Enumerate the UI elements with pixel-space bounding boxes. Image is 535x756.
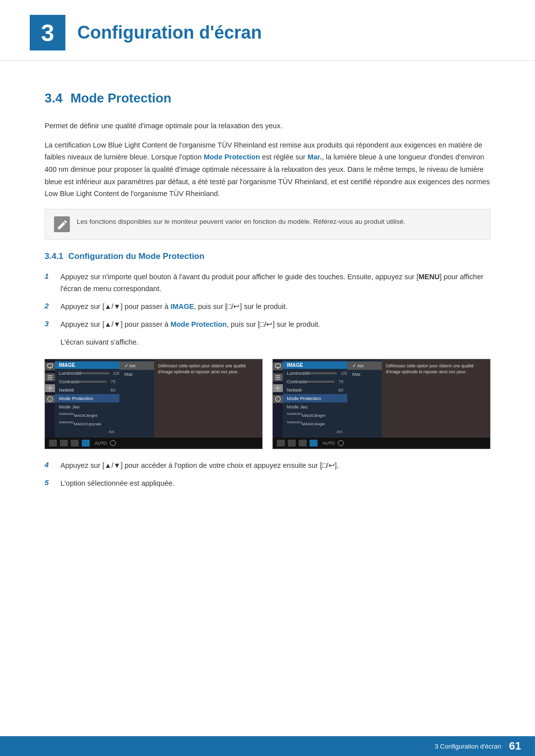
toolbar-btn-5 [277, 440, 285, 447]
toolbar-auto-1: AUTO [95, 441, 107, 446]
menu-item-magic-bright-2: SAMSUNGMAGICBright [283, 411, 347, 419]
toolbar-circle-1 [110, 440, 116, 446]
monitor-icon [45, 362, 55, 370]
toolbar-btn-2 [60, 440, 68, 447]
toolbar-auto-2: AUTO [322, 441, 335, 446]
settings-icon-2 [273, 384, 283, 392]
toolbar-btn-3 [71, 440, 79, 447]
screenshots-row: i IMAGE Luminosité 100 Contraste [45, 359, 490, 449]
step-5-number: 5 [45, 478, 54, 487]
chapter-number: 3 [41, 19, 54, 47]
intro-para-2: La certification Low Blue Light Content … [45, 139, 490, 200]
step-4: 4 Appuyez sur [▲/▼] pour accéder à l'opt… [45, 460, 490, 472]
menu-item-luminosite-2: Luminosité 100 [283, 369, 347, 377]
lines-icon [45, 373, 55, 381]
monitor-toolbar-1: AUTO [45, 438, 262, 449]
svg-rect-1 [49, 368, 51, 369]
intro-para-1: Permet de définir une qualité d'image op… [45, 120, 490, 132]
monitor-toolbar-2: AUTO [273, 438, 490, 449]
menu-item-mode-protection-2: Mode Protection [283, 394, 347, 403]
menu-item-magic-angle-2: SAMSUNGMAGICAngle [283, 419, 347, 428]
toolbar-btn-1 [49, 440, 57, 447]
section-heading: 3.4 Mode Protection [45, 91, 490, 106]
svg-rect-3 [48, 377, 53, 378]
section-title: Mode Protection [70, 91, 171, 106]
step-2-number: 2 [45, 301, 54, 310]
svg-rect-12 [275, 379, 280, 380]
note-text: Les fonctions disponibles sur le moniteu… [77, 216, 405, 227]
note-icon [54, 216, 70, 232]
svg-rect-11 [275, 377, 280, 378]
menu-item-contraste-2: Contraste 75 [283, 377, 347, 386]
step-3: 3 Appuyez sur [▲/▼] pour passer à Mode P… [45, 319, 490, 331]
step-2-text: Appuyez sur [▲/▼] pour passer à IMAGE, p… [60, 301, 287, 313]
submenu-panel-1: ✓ Arr. Mar. [119, 359, 154, 437]
svg-rect-2 [48, 375, 53, 376]
menu-header-1: IMAGE [55, 361, 119, 369]
step-5-text: L'option sélectionnée est appliquée. [60, 478, 174, 490]
page-footer: 3 Configuration d'écran 61 [0, 736, 535, 756]
info-icon: i [45, 395, 55, 403]
step-1-number: 1 [45, 271, 54, 280]
main-content: 3.4 Mode Protection Permet de définir un… [0, 66, 535, 535]
steps-list-2: 4 Appuyez sur [▲/▼] pour accéder à l'opt… [45, 460, 490, 490]
info-panel-2: Définissez cette option pour obtenir une… [382, 359, 490, 437]
toolbar-btn-8 [310, 440, 318, 447]
menu-item-nettete-2: Netteté 60 [283, 386, 347, 394]
highlight-mode: Mode [204, 153, 222, 161]
sidebar-icons-1: i [45, 359, 55, 437]
intro-text-middle: est réglée sur [260, 153, 308, 161]
highlight-mar: Mar. [308, 153, 322, 161]
svg-rect-4 [48, 379, 53, 380]
svg-rect-0 [48, 364, 53, 367]
monitor-screenshot-1: i IMAGE Luminosité 100 Contraste [45, 359, 263, 449]
lines-icon-2 [273, 373, 283, 381]
svg-rect-10 [275, 375, 280, 376]
menu-item-mode-jeu-2: Mode Jeu [283, 403, 347, 411]
kbd-menu: MENU [419, 273, 440, 281]
menu-item-magic-upscale: SAMSUNGMAGICUpscale [55, 419, 119, 428]
step-1: 1 Appuyez sur n'importe quel bouton à l'… [45, 271, 490, 295]
menu-item-mode-jeu: Mode Jeu [55, 403, 119, 411]
menu-item-arr-bottom: Arr. [55, 428, 119, 436]
menu-item-nettete: Netteté 60 [55, 386, 119, 394]
submenu-mar: Mar. [119, 370, 154, 378]
submenu-arr-2: ✓ Arr. [347, 361, 382, 370]
submenu-mar-2: Mar. [347, 370, 382, 378]
step-1-text: Appuyez sur n'importe quel bouton à l'av… [60, 271, 490, 295]
subsection-heading: 3.4.1 Configuration du Mode Protection [45, 252, 490, 261]
step-3-subtext: L'écran suivant s'affiche. [60, 337, 490, 349]
step-2: 2 Appuyez sur [▲/▼] pour passer à IMAGE,… [45, 301, 490, 313]
toolbar-btn-4 [82, 440, 90, 447]
menu-item-luminosite: Luminosité 100 [55, 369, 119, 377]
footer-page-number: 61 [509, 740, 521, 753]
info-panel-1: Définissez cette option pour obtenir une… [154, 359, 262, 437]
step-2-highlight: IMAGE [170, 302, 194, 310]
menu-header-2: IMAGE [283, 361, 347, 369]
menu-panel-1: IMAGE Luminosité 100 Contraste 75 [55, 359, 119, 437]
step-3-number: 3 [45, 319, 54, 328]
toolbar-btn-7 [299, 440, 307, 447]
subsection-title: Configuration du Mode Protection [68, 252, 205, 261]
monitor-screenshot-2: i IMAGE Luminosité 100 Contraste [272, 359, 490, 449]
svg-point-13 [277, 387, 279, 389]
menu-item-contraste: Contraste 75 [55, 377, 119, 386]
menu-panel-2: IMAGE Luminosité 100 Contraste 75 [283, 359, 347, 437]
svg-rect-8 [275, 364, 280, 367]
submenu-arr: ✓ Arr. [119, 361, 154, 370]
submenu-panel-2: ✓ Arr. Mar. [347, 359, 382, 437]
monitor-icon-2 [273, 362, 283, 370]
svg-text:i: i [50, 398, 51, 401]
step-4-text: Appuyez sur [▲/▼] pour accéder à l'optio… [60, 460, 339, 472]
subsection-number: 3.4.1 [45, 252, 63, 261]
footer-text: 3 Configuration d'écran [435, 743, 501, 750]
sidebar-icons-2: i [273, 359, 283, 437]
info-icon-2: i [273, 395, 283, 403]
pencil-icon [56, 219, 67, 230]
svg-text:i: i [277, 398, 278, 401]
toolbar-btn-6 [288, 440, 296, 447]
page-header: 3 Configuration d'écran [0, 0, 535, 61]
steps-list: 1 Appuyez sur n'importe quel bouton à l'… [45, 271, 490, 331]
svg-rect-9 [277, 368, 279, 369]
section-number: 3.4 [45, 91, 62, 106]
